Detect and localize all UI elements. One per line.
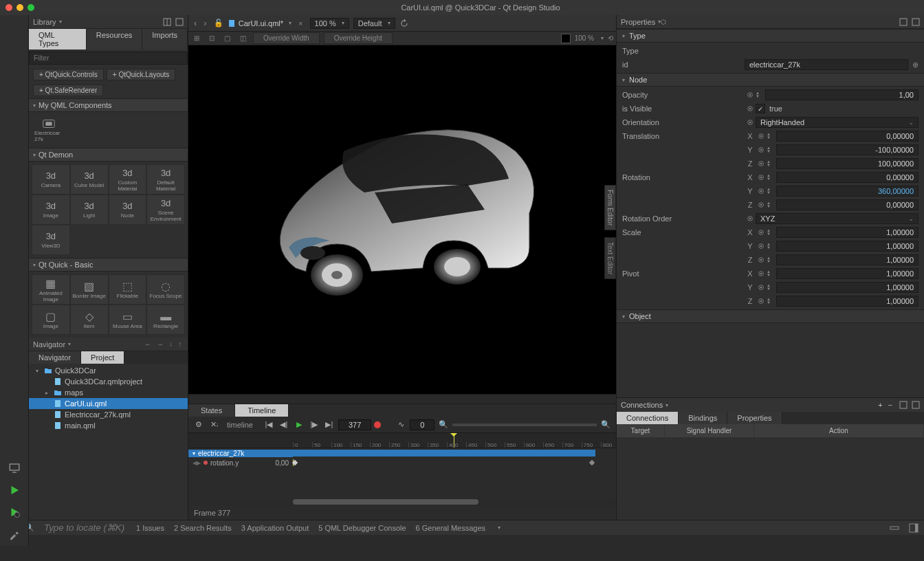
status-qml-console[interactable]: 5 QML Debugger Console bbox=[318, 524, 406, 532]
dropdown-icon[interactable]: ▾ bbox=[59, 19, 62, 25]
bg-color-swatch[interactable] bbox=[561, 34, 571, 43]
spinbox-arrows[interactable]: ▲▼ bbox=[767, 255, 776, 265]
spinbox-arrows[interactable]: ▲▼ bbox=[767, 269, 776, 278]
to-start-icon[interactable]: |◀ bbox=[263, 419, 275, 431]
override-height[interactable]: Override Height bbox=[324, 32, 393, 44]
action-menu-icon[interactable] bbox=[756, 241, 767, 251]
tree-item[interactable]: CarUI.ui.qml bbox=[29, 398, 188, 409]
spinbox-arrows[interactable]: ▲▼ bbox=[767, 296, 776, 306]
search-icon[interactable]: 🔍 bbox=[25, 523, 34, 532]
spinbox-arrows[interactable]: ▲▼ bbox=[767, 283, 776, 292]
component-item[interactable]: ▢Image bbox=[32, 305, 70, 335]
nav-back-icon[interactable]: ‹ bbox=[191, 18, 199, 28]
action-menu-icon[interactable] bbox=[756, 173, 767, 182]
section-qt-quick[interactable]: Qt Quick - Basic bbox=[29, 258, 188, 272]
prev-frame-icon[interactable]: ◀| bbox=[278, 419, 290, 431]
monitor-icon[interactable] bbox=[8, 462, 21, 474]
locator-input[interactable] bbox=[44, 522, 126, 533]
tab-connections[interactable]: Connections bbox=[617, 412, 679, 424]
component-item[interactable]: ▭Mouse Area bbox=[109, 305, 147, 335]
nav-fwd-icon[interactable]: → bbox=[155, 340, 166, 348]
spinbox-arrows[interactable]: ▲▼ bbox=[767, 131, 776, 141]
close-file-icon[interactable]: × bbox=[296, 19, 305, 28]
spinbox-arrows[interactable]: ▲▼ bbox=[767, 159, 776, 168]
component-item[interactable]: ◇Item bbox=[70, 305, 109, 335]
timeline-settings-icon[interactable]: ⚙ bbox=[192, 419, 205, 431]
spinbox-arrows[interactable]: ▲▼ bbox=[767, 228, 776, 237]
debug-bug-icon[interactable] bbox=[8, 122, 21, 135]
close-panel-icon[interactable] bbox=[175, 18, 184, 26]
status-issues[interactable]: 1 Issues bbox=[136, 524, 164, 532]
welcome-icon[interactable] bbox=[8, 23, 21, 36]
section-qt-demon[interactable]: Qt Demon bbox=[29, 148, 188, 162]
number-input[interactable]: -100,00000 bbox=[776, 144, 918, 155]
minimize-window-button[interactable] bbox=[16, 4, 23, 11]
tree-item[interactable]: Electriccar_27k.qml bbox=[29, 409, 188, 420]
tab-project[interactable]: Project bbox=[81, 351, 124, 364]
action-menu-icon[interactable] bbox=[745, 104, 756, 113]
tab-qml-types[interactable]: QML Types bbox=[29, 29, 87, 50]
component-item[interactable]: ▬Rectangle bbox=[146, 305, 185, 335]
nav-up-icon[interactable]: ↑ bbox=[176, 340, 184, 348]
component-item[interactable]: ▦Animated Image bbox=[32, 274, 70, 305]
action-menu-icon[interactable] bbox=[756, 186, 767, 196]
sidebar-toggle-icon[interactable] bbox=[909, 523, 918, 533]
number-input[interactable]: 0,00000 bbox=[776, 172, 918, 183]
section-my-qml[interactable]: My QML Components bbox=[29, 98, 188, 112]
number-input[interactable]: 1,00000 bbox=[776, 254, 918, 265]
list-icon[interactable] bbox=[8, 48, 21, 60]
library-filter-input[interactable] bbox=[29, 52, 188, 65]
animation-settings-icon[interactable]: ✕ᵢ bbox=[208, 419, 220, 431]
component-item[interactable]: 3dScene Environment bbox=[146, 195, 185, 225]
spinbox-arrows[interactable]: ▲▼ bbox=[767, 173, 776, 182]
zoom-window-button[interactable] bbox=[28, 4, 34, 11]
help-icon[interactable]: ? bbox=[8, 172, 21, 184]
component-item[interactable]: 3dImage bbox=[32, 195, 70, 225]
number-input[interactable]: 1,00000 bbox=[776, 241, 918, 252]
text-editor-tab[interactable]: Text Editor bbox=[604, 237, 616, 279]
split-icon[interactable] bbox=[899, 18, 908, 26]
action-menu-icon[interactable] bbox=[745, 118, 756, 127]
run-icon[interactable] bbox=[8, 484, 21, 496]
action-menu-icon[interactable] bbox=[756, 255, 767, 265]
zoom-in-icon[interactable]: 🔍 bbox=[600, 419, 612, 431]
dropdown-icon[interactable]: ▾ bbox=[68, 341, 71, 347]
number-input[interactable]: 1,00000 bbox=[776, 296, 918, 307]
tab-states[interactable]: States bbox=[188, 404, 235, 417]
select-input[interactable]: XYZ⌄ bbox=[756, 213, 918, 224]
tab-resources[interactable]: Resources bbox=[87, 29, 143, 50]
tab-bindings[interactable]: Bindings bbox=[679, 412, 727, 424]
select-input[interactable]: RightHanded⌄ bbox=[756, 117, 918, 128]
number-input[interactable]: 1,00000 bbox=[776, 227, 918, 238]
component-item[interactable]: 3dCustom Material bbox=[109, 164, 147, 195]
nav-back-icon[interactable]: ← bbox=[142, 340, 153, 348]
action-menu-icon[interactable] bbox=[745, 214, 756, 223]
form-editor-viewport[interactable]: Form Editor Text Editor bbox=[188, 45, 616, 394]
timeline-track-object[interactable]: ▾electriccar_27k bbox=[188, 448, 616, 458]
tree-item[interactable]: main.qml bbox=[29, 420, 188, 431]
form-editor-tab[interactable]: Form Editor bbox=[604, 185, 616, 230]
snap-icon[interactable]: ⊞ bbox=[191, 34, 202, 43]
import-btn-saferenderer[interactable]: + Qt.SafeRenderer bbox=[33, 85, 103, 96]
zoom-slider[interactable] bbox=[452, 424, 597, 426]
status-output[interactable]: 3 Application Output bbox=[241, 524, 309, 532]
remove-connection-icon[interactable]: − bbox=[888, 401, 892, 409]
zoom-out-icon[interactable]: 🔍 bbox=[437, 419, 450, 431]
component-item[interactable]: 3dCamera bbox=[32, 164, 70, 195]
anchor-icon[interactable]: ⊡ bbox=[206, 34, 217, 43]
spinbox-arrows[interactable]: ▲▼ bbox=[767, 200, 776, 210]
spinbox-arrows[interactable]: ▲▼ bbox=[756, 90, 765, 100]
style-select[interactable]: Default▾ bbox=[353, 18, 395, 29]
tree-item[interactable]: ▸maps bbox=[29, 387, 188, 398]
action-menu-icon[interactable] bbox=[756, 145, 767, 155]
curve-icon[interactable]: ∿ bbox=[395, 419, 407, 431]
record-button[interactable] bbox=[374, 421, 381, 428]
status-messages[interactable]: 6 General Messages bbox=[416, 524, 486, 532]
object-section[interactable]: Object bbox=[617, 309, 924, 323]
timeline-track-property[interactable]: ◀▶ rotation.y 0,00 bbox=[188, 458, 616, 468]
run-debug-icon[interactable] bbox=[8, 506, 21, 518]
component-item[interactable]: 3dDefault Material bbox=[146, 164, 185, 195]
refresh-icon[interactable] bbox=[399, 19, 409, 28]
component-item[interactable]: ◌Focus Scope bbox=[146, 274, 185, 305]
timeline-hscroll[interactable] bbox=[188, 498, 616, 506]
